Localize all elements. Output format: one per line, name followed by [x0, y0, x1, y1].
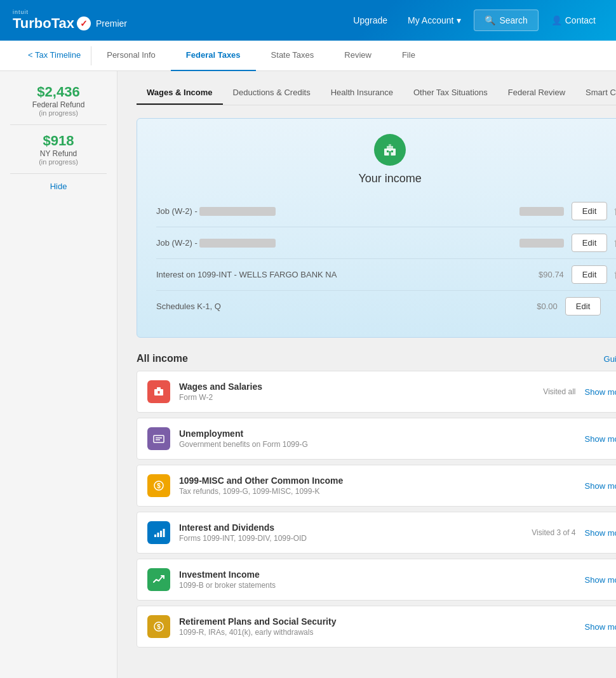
sidebar-divider — [10, 124, 107, 125]
svg-rect-14 — [154, 535, 156, 537]
building-icon — [382, 142, 398, 157]
hide-link[interactable]: Hide — [10, 182, 107, 191]
svg-rect-4 — [391, 150, 393, 152]
svg-rect-5 — [389, 151, 391, 156]
svg-rect-2 — [389, 144, 391, 147]
edit-button-1[interactable]: Edit — [572, 202, 607, 220]
blurred-name-2 — [199, 239, 276, 248]
retirement-text: Retirement Plans and Social Security 109… — [179, 616, 576, 637]
income-card: Your income Job (W-2) - Edit 🗑 Job (W-2)… — [137, 118, 616, 338]
wages-text: Wages and Salaries Form W-2 — [179, 382, 543, 402]
sidebar: $2,436 Federal Refund (in progress) $918… — [0, 71, 117, 678]
svg-rect-17 — [163, 529, 165, 537]
wages-sub: Form W-2 — [179, 393, 543, 402]
federal-refund-section: $2,436 Federal Refund (in progress) — [10, 84, 107, 117]
tab-wages-income[interactable]: Wages & Income — [137, 81, 223, 105]
misc-name: 1099-MISC and Other Common Income — [179, 475, 576, 486]
svg-rect-8 — [158, 391, 160, 394]
sub-tabs: Wages & Income Deductions & Credits Heal… — [137, 71, 616, 105]
federal-refund-label: Federal Refund — [10, 100, 107, 109]
income-row-4-amount: $0.00 — [494, 302, 558, 311]
nav-personal-info[interactable]: Personal Info — [91, 41, 171, 71]
misc-show-more[interactable]: Show more ∨ — [585, 481, 617, 491]
svg-rect-9 — [154, 435, 164, 442]
delete-icon-2[interactable]: 🗑 — [613, 237, 616, 249]
delete-icon-3[interactable]: 🗑 — [613, 269, 616, 281]
sidebar-divider-2 — [10, 173, 107, 174]
income-row-1: Job (W-2) - Edit 🗑 — [156, 196, 616, 227]
content-area: Wages & Income Deductions & Credits Heal… — [117, 71, 616, 678]
interest-icon — [147, 521, 170, 544]
ny-refund-amount: $918 — [10, 133, 107, 149]
guide-me-link[interactable]: Guide me › — [604, 354, 616, 364]
chevron-down-icon: ▾ — [457, 15, 461, 25]
tier-label: Premier — [96, 18, 127, 29]
blurred-amount-1 — [519, 207, 564, 216]
upgrade-button[interactable]: Upgrade — [345, 10, 395, 30]
edit-button-4[interactable]: Edit — [565, 297, 601, 316]
investment-show-more[interactable]: Show more ∨ — [585, 575, 617, 585]
interest-name: Interest and Dividends — [179, 522, 532, 533]
tab-federal-review[interactable]: Federal Review — [498, 81, 575, 105]
income-row-2-label: Job (W-2) - — [156, 238, 519, 248]
search-icon: 🔍 — [485, 15, 495, 25]
edit-button-3[interactable]: Edit — [572, 265, 607, 284]
retirement-show-more[interactable]: Show more ∨ — [585, 622, 617, 632]
nav-federal-taxes[interactable]: Federal Taxes — [171, 41, 256, 71]
income-card-icon — [374, 134, 406, 166]
interest-show-more[interactable]: Show more ∨ — [585, 528, 617, 538]
wages-status: Visited all — [543, 387, 575, 396]
investment-sub: 1099-B or broker statements — [179, 581, 576, 590]
tab-smart-check[interactable]: Smart Check — [575, 81, 616, 105]
nav-items: < Tax Timeline Personal Info Federal Tax… — [13, 41, 603, 71]
contact-button[interactable]: 👤 Contact — [544, 10, 603, 30]
logo-area: intuit TurboTax Premier — [13, 9, 127, 32]
svg-text:$: $ — [157, 623, 161, 630]
tab-other-tax[interactable]: Other Tax Situations — [403, 81, 498, 105]
ny-refund-sub: (in progress) — [10, 158, 107, 166]
header-actions: Upgrade My Account ▾ 🔍 Search 👤 Contact — [345, 10, 603, 31]
svg-rect-10 — [156, 437, 162, 439]
svg-rect-7 — [157, 387, 161, 390]
investment-icon — [147, 568, 170, 591]
my-account-button[interactable]: My Account ▾ — [400, 10, 469, 30]
delete-icon-1[interactable]: 🗑 — [613, 206, 616, 217]
search-button[interactable]: 🔍 Search — [474, 10, 538, 31]
svg-rect-11 — [156, 439, 160, 441]
wages-show-more[interactable]: Show more ∨ — [585, 387, 617, 397]
nav-state-taxes[interactable]: State Taxes — [256, 41, 330, 71]
list-item-wages: Wages and Salaries Form W-2 Visited all … — [137, 371, 616, 413]
nav-file[interactable]: File — [387, 41, 431, 71]
retirement-icon: $ — [147, 615, 170, 638]
list-item-investment: Investment Income 1099-B or broker state… — [137, 559, 616, 601]
income-row-3: Interest on 1099-INT - WELLS FARGO BANK … — [156, 259, 616, 291]
unemployment-name: Unemployment — [179, 429, 576, 439]
header: intuit TurboTax Premier Upgrade My Accou… — [0, 0, 616, 41]
person-icon: 👤 — [551, 15, 562, 25]
income-row-4-label: Schedules K-1, Q — [156, 302, 494, 311]
income-row-2: Job (W-2) - Edit 🗑 — [156, 227, 616, 259]
edit-button-2[interactable]: Edit — [572, 234, 607, 252]
tab-deductions-credits[interactable]: Deductions & Credits — [223, 81, 321, 105]
svg-rect-16 — [160, 531, 162, 537]
nav-back[interactable]: < Tax Timeline — [13, 41, 91, 71]
interest-text: Interest and Dividends Forms 1099-INT, 1… — [179, 522, 532, 543]
income-rows: Job (W-2) - Edit 🗑 Job (W-2) - Edit — [156, 196, 616, 322]
income-row-3-amount: $90.74 — [500, 270, 564, 279]
misc-sub: Tax refunds, 1099-G, 1099-MISC, 1099-K — [179, 487, 576, 496]
unemployment-sub: Government benefits on Form 1099-G — [179, 440, 576, 449]
interest-status: Visited 3 of 4 — [532, 528, 575, 537]
income-card-title: Your income — [156, 172, 616, 185]
tab-health-insurance[interactable]: Health Insurance — [321, 81, 403, 105]
income-row-1-label: Job (W-2) - — [156, 206, 519, 216]
list-item-interest: Interest and Dividends Forms 1099-INT, 1… — [137, 512, 616, 554]
ny-refund-section: $918 NY Refund (in progress) — [10, 133, 107, 166]
unemployment-show-more[interactable]: Show more ∨ — [585, 434, 617, 444]
wages-icon — [147, 380, 170, 403]
svg-text:$: $ — [157, 482, 161, 489]
retirement-sub: 1099-R, IRAs, 401(k), early withdrawals — [179, 628, 576, 637]
intuit-label: intuit — [13, 9, 127, 15]
misc-icon: $ — [147, 474, 170, 497]
list-item-1099misc: $ 1099-MISC and Other Common Income Tax … — [137, 465, 616, 507]
nav-review[interactable]: Review — [329, 41, 387, 71]
